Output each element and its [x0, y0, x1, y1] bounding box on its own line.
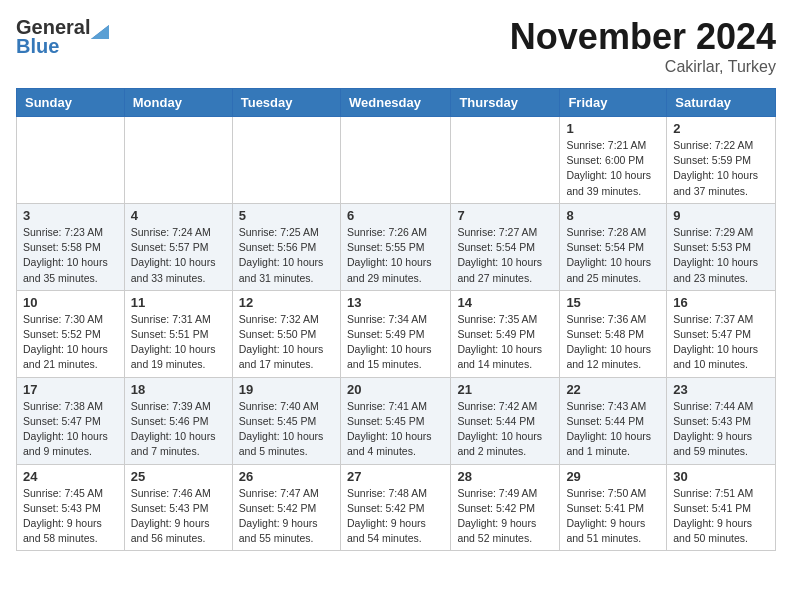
- day-info: Sunrise: 7:31 AM Sunset: 5:51 PM Dayligh…: [131, 312, 226, 373]
- logo-bird-icon: [91, 17, 109, 39]
- calendar-cell: 2Sunrise: 7:22 AM Sunset: 5:59 PM Daylig…: [667, 117, 776, 204]
- day-info: Sunrise: 7:28 AM Sunset: 5:54 PM Dayligh…: [566, 225, 660, 286]
- calendar-cell: 17Sunrise: 7:38 AM Sunset: 5:47 PM Dayli…: [17, 377, 125, 464]
- calendar-cell: 24Sunrise: 7:45 AM Sunset: 5:43 PM Dayli…: [17, 464, 125, 551]
- day-number: 12: [239, 295, 334, 310]
- day-number: 7: [457, 208, 553, 223]
- calendar-cell: 1Sunrise: 7:21 AM Sunset: 6:00 PM Daylig…: [560, 117, 667, 204]
- calendar-cell: [17, 117, 125, 204]
- day-info: Sunrise: 7:32 AM Sunset: 5:50 PM Dayligh…: [239, 312, 334, 373]
- day-number: 20: [347, 382, 444, 397]
- calendar-header-row: SundayMondayTuesdayWednesdayThursdayFrid…: [17, 89, 776, 117]
- day-info: Sunrise: 7:23 AM Sunset: 5:58 PM Dayligh…: [23, 225, 118, 286]
- day-info: Sunrise: 7:43 AM Sunset: 5:44 PM Dayligh…: [566, 399, 660, 460]
- day-number: 24: [23, 469, 118, 484]
- calendar-cell: 18Sunrise: 7:39 AM Sunset: 5:46 PM Dayli…: [124, 377, 232, 464]
- day-info: Sunrise: 7:25 AM Sunset: 5:56 PM Dayligh…: [239, 225, 334, 286]
- day-info: Sunrise: 7:22 AM Sunset: 5:59 PM Dayligh…: [673, 138, 769, 199]
- calendar-week-5: 24Sunrise: 7:45 AM Sunset: 5:43 PM Dayli…: [17, 464, 776, 551]
- calendar-cell: 5Sunrise: 7:25 AM Sunset: 5:56 PM Daylig…: [232, 203, 340, 290]
- calendar-cell: [340, 117, 450, 204]
- day-number: 26: [239, 469, 334, 484]
- day-info: Sunrise: 7:41 AM Sunset: 5:45 PM Dayligh…: [347, 399, 444, 460]
- day-number: 17: [23, 382, 118, 397]
- calendar-cell: 3Sunrise: 7:23 AM Sunset: 5:58 PM Daylig…: [17, 203, 125, 290]
- day-info: Sunrise: 7:37 AM Sunset: 5:47 PM Dayligh…: [673, 312, 769, 373]
- calendar-cell: 21Sunrise: 7:42 AM Sunset: 5:44 PM Dayli…: [451, 377, 560, 464]
- day-info: Sunrise: 7:46 AM Sunset: 5:43 PM Dayligh…: [131, 486, 226, 547]
- calendar-week-4: 17Sunrise: 7:38 AM Sunset: 5:47 PM Dayli…: [17, 377, 776, 464]
- calendar-cell: 11Sunrise: 7:31 AM Sunset: 5:51 PM Dayli…: [124, 290, 232, 377]
- day-number: 30: [673, 469, 769, 484]
- day-number: 4: [131, 208, 226, 223]
- day-info: Sunrise: 7:45 AM Sunset: 5:43 PM Dayligh…: [23, 486, 118, 547]
- calendar-cell: 14Sunrise: 7:35 AM Sunset: 5:49 PM Dayli…: [451, 290, 560, 377]
- calendar-table: SundayMondayTuesdayWednesdayThursdayFrid…: [16, 88, 776, 551]
- calendar-cell: 9Sunrise: 7:29 AM Sunset: 5:53 PM Daylig…: [667, 203, 776, 290]
- day-info: Sunrise: 7:35 AM Sunset: 5:49 PM Dayligh…: [457, 312, 553, 373]
- day-number: 6: [347, 208, 444, 223]
- day-number: 15: [566, 295, 660, 310]
- day-info: Sunrise: 7:44 AM Sunset: 5:43 PM Dayligh…: [673, 399, 769, 460]
- calendar-cell: 13Sunrise: 7:34 AM Sunset: 5:49 PM Dayli…: [340, 290, 450, 377]
- day-number: 13: [347, 295, 444, 310]
- day-info: Sunrise: 7:48 AM Sunset: 5:42 PM Dayligh…: [347, 486, 444, 547]
- calendar-cell: [451, 117, 560, 204]
- calendar-cell: 16Sunrise: 7:37 AM Sunset: 5:47 PM Dayli…: [667, 290, 776, 377]
- logo: General Blue: [16, 16, 110, 58]
- day-number: 1: [566, 121, 660, 136]
- calendar-cell: 29Sunrise: 7:50 AM Sunset: 5:41 PM Dayli…: [560, 464, 667, 551]
- day-info: Sunrise: 7:26 AM Sunset: 5:55 PM Dayligh…: [347, 225, 444, 286]
- title-area: November 2024 Cakirlar, Turkey: [510, 16, 776, 76]
- day-number: 18: [131, 382, 226, 397]
- day-header-sunday: Sunday: [17, 89, 125, 117]
- day-header-monday: Monday: [124, 89, 232, 117]
- day-info: Sunrise: 7:42 AM Sunset: 5:44 PM Dayligh…: [457, 399, 553, 460]
- calendar-week-2: 3Sunrise: 7:23 AM Sunset: 5:58 PM Daylig…: [17, 203, 776, 290]
- day-info: Sunrise: 7:40 AM Sunset: 5:45 PM Dayligh…: [239, 399, 334, 460]
- location: Cakirlar, Turkey: [510, 58, 776, 76]
- day-number: 29: [566, 469, 660, 484]
- day-number: 19: [239, 382, 334, 397]
- day-info: Sunrise: 7:34 AM Sunset: 5:49 PM Dayligh…: [347, 312, 444, 373]
- day-number: 2: [673, 121, 769, 136]
- calendar-cell: 12Sunrise: 7:32 AM Sunset: 5:50 PM Dayli…: [232, 290, 340, 377]
- calendar-cell: 10Sunrise: 7:30 AM Sunset: 5:52 PM Dayli…: [17, 290, 125, 377]
- day-number: 5: [239, 208, 334, 223]
- day-info: Sunrise: 7:24 AM Sunset: 5:57 PM Dayligh…: [131, 225, 226, 286]
- day-info: Sunrise: 7:50 AM Sunset: 5:41 PM Dayligh…: [566, 486, 660, 547]
- day-info: Sunrise: 7:29 AM Sunset: 5:53 PM Dayligh…: [673, 225, 769, 286]
- calendar-cell: 27Sunrise: 7:48 AM Sunset: 5:42 PM Dayli…: [340, 464, 450, 551]
- calendar-cell: 15Sunrise: 7:36 AM Sunset: 5:48 PM Dayli…: [560, 290, 667, 377]
- day-info: Sunrise: 7:38 AM Sunset: 5:47 PM Dayligh…: [23, 399, 118, 460]
- calendar-cell: 20Sunrise: 7:41 AM Sunset: 5:45 PM Dayli…: [340, 377, 450, 464]
- calendar-cell: 6Sunrise: 7:26 AM Sunset: 5:55 PM Daylig…: [340, 203, 450, 290]
- day-header-saturday: Saturday: [667, 89, 776, 117]
- logo-blue: Blue: [16, 35, 59, 58]
- calendar-week-1: 1Sunrise: 7:21 AM Sunset: 6:00 PM Daylig…: [17, 117, 776, 204]
- day-info: Sunrise: 7:30 AM Sunset: 5:52 PM Dayligh…: [23, 312, 118, 373]
- day-number: 23: [673, 382, 769, 397]
- day-number: 28: [457, 469, 553, 484]
- day-info: Sunrise: 7:21 AM Sunset: 6:00 PM Dayligh…: [566, 138, 660, 199]
- calendar-cell: 7Sunrise: 7:27 AM Sunset: 5:54 PM Daylig…: [451, 203, 560, 290]
- day-info: Sunrise: 7:51 AM Sunset: 5:41 PM Dayligh…: [673, 486, 769, 547]
- calendar-cell: 30Sunrise: 7:51 AM Sunset: 5:41 PM Dayli…: [667, 464, 776, 551]
- day-info: Sunrise: 7:39 AM Sunset: 5:46 PM Dayligh…: [131, 399, 226, 460]
- day-info: Sunrise: 7:49 AM Sunset: 5:42 PM Dayligh…: [457, 486, 553, 547]
- page-header: General Blue November 2024 Cakirlar, Tur…: [16, 16, 776, 76]
- calendar-cell: 8Sunrise: 7:28 AM Sunset: 5:54 PM Daylig…: [560, 203, 667, 290]
- day-number: 16: [673, 295, 769, 310]
- calendar-cell: [232, 117, 340, 204]
- day-number: 22: [566, 382, 660, 397]
- day-number: 27: [347, 469, 444, 484]
- day-number: 3: [23, 208, 118, 223]
- day-header-wednesday: Wednesday: [340, 89, 450, 117]
- day-number: 10: [23, 295, 118, 310]
- calendar-cell: 19Sunrise: 7:40 AM Sunset: 5:45 PM Dayli…: [232, 377, 340, 464]
- calendar-cell: 26Sunrise: 7:47 AM Sunset: 5:42 PM Dayli…: [232, 464, 340, 551]
- day-header-tuesday: Tuesday: [232, 89, 340, 117]
- day-info: Sunrise: 7:27 AM Sunset: 5:54 PM Dayligh…: [457, 225, 553, 286]
- day-number: 14: [457, 295, 553, 310]
- day-header-thursday: Thursday: [451, 89, 560, 117]
